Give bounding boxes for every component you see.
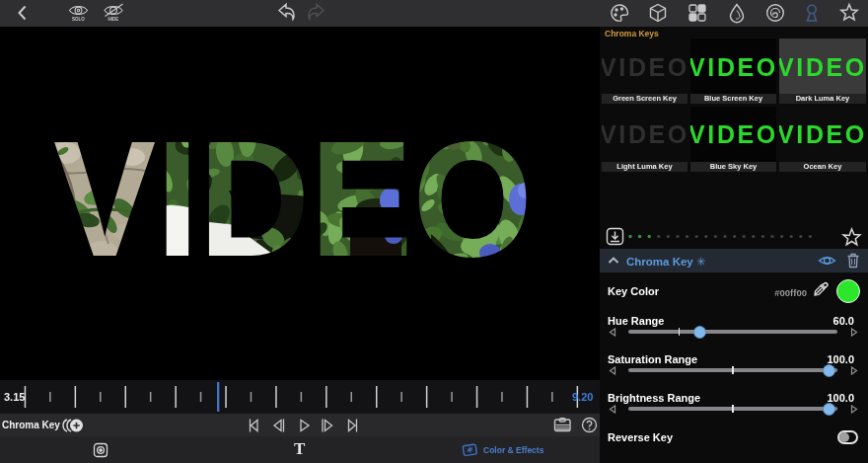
svg-text:SOLO: SOLO — [72, 17, 85, 22]
svg-text:HIDE: HIDE — [108, 17, 119, 22]
